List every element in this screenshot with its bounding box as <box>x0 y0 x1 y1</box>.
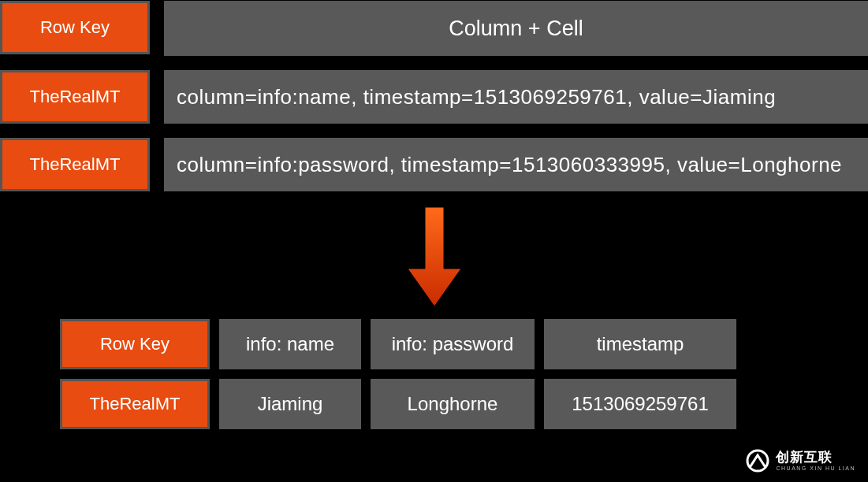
result-data-row: TheRealMT Jiaming Longhorne 151306925976… <box>60 379 868 429</box>
rowkey-header: Row Key <box>0 1 150 54</box>
arrow-down-icon <box>403 206 466 308</box>
brand-logo: 创新互联 CHUANG XIN HU LIAN <box>746 449 855 473</box>
rowkey-value-1: TheRealMT <box>0 70 150 124</box>
result-col2-header: info: password <box>371 319 535 369</box>
transform-arrow <box>0 206 868 308</box>
source-data-row-2: TheRealMT column=info:password, timestam… <box>0 138 868 191</box>
result-header-row: Row Key info: name info: password timest… <box>60 319 868 369</box>
source-data-row-1: TheRealMT column=info:name, timestamp=15… <box>0 70 868 124</box>
logo-text: 创新互联 CHUANG XIN HU LIAN <box>776 450 855 471</box>
result-rowkey-header: Row Key <box>60 319 210 369</box>
result-rowkey-value: TheRealMT <box>60 379 210 429</box>
result-col2-value: Longhorne <box>371 379 535 429</box>
cell-value-1: column=info:name, timestamp=151306925976… <box>164 70 868 124</box>
result-col3-value: 1513069259761 <box>544 379 736 429</box>
result-col1-header: info: name <box>219 319 361 369</box>
result-col1-value: Jiaming <box>219 379 361 429</box>
rowkey-value-2: TheRealMT <box>0 138 150 191</box>
logo-icon <box>746 449 769 473</box>
columncell-header: Column + Cell <box>164 1 868 56</box>
logo-chinese: 创新互联 <box>776 450 855 464</box>
result-table: Row Key info: name info: password timest… <box>0 319 868 429</box>
result-col3-header: timestamp <box>544 319 736 369</box>
source-header-row: Row Key Column + Cell <box>0 1 868 56</box>
source-table: Row Key Column + Cell TheRealMT column=i… <box>0 0 868 191</box>
logo-pinyin: CHUANG XIN HU LIAN <box>776 465 855 471</box>
cell-value-2: column=info:password, timestamp=15130603… <box>164 138 868 191</box>
